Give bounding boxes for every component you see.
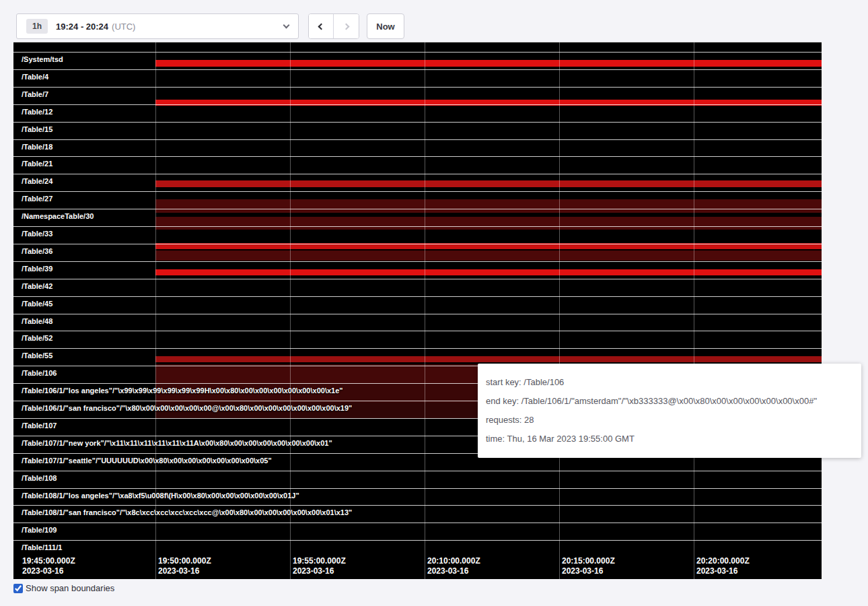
x-axis-label: 19:50:00.000Z2023-03-16 xyxy=(156,556,211,576)
span-row[interactable]: /Table/109 xyxy=(13,523,822,540)
span-row-label: /Table/108/1/"san francisco"/"\x8c\xcc\x… xyxy=(13,507,352,516)
hover-tooltip: start key: /Table/106 end key: /Table/10… xyxy=(478,364,861,458)
span-row-label: /Table/18 xyxy=(13,141,52,151)
show-span-boundaries-label: Show span boundaries xyxy=(26,583,114,593)
span-row[interactable]: /Table/108 xyxy=(13,471,822,488)
timezone-label: (UTC) xyxy=(112,22,135,32)
chevron-down-icon xyxy=(283,22,290,28)
span-row[interactable]: /Table/45 xyxy=(13,296,822,314)
span-row-label: /Table/55 xyxy=(13,350,52,360)
tooltip-time: time: Thu, 16 Mar 2023 19:55:00 GMT xyxy=(486,432,853,446)
span-row-label: /Table/109 xyxy=(13,525,57,534)
span-row[interactable]: /Table/12 xyxy=(13,104,822,122)
key-visualizer-page: 1h 19:24 - 20:24 (UTC) Now /System/tsd/T… xyxy=(0,0,868,606)
span-row-label: /Table/111/1 xyxy=(13,542,62,551)
span-row-label: /Table/108/1/"los angeles"/"\xa8\xf5\u00… xyxy=(13,490,299,500)
span-row-label: /Table/107/1/"seattle"/"UUUUUUD\x00\x80\… xyxy=(13,455,272,465)
chevron-left-icon xyxy=(318,23,324,30)
time-range-label: 19:24 - 20:24 xyxy=(56,22,108,32)
span-row[interactable]: /Table/27 xyxy=(13,191,822,209)
span-row[interactable]: /Table/108/1/"san francisco"/"\x8c\xcc\x… xyxy=(13,505,822,523)
now-button[interactable]: Now xyxy=(367,13,404,39)
tooltip-end-key: end key: /Table/106/1/"amsterdam"/"\xb33… xyxy=(486,395,853,408)
span-row-label: /Table/21 xyxy=(13,158,52,168)
span-row-label: /Table/108 xyxy=(13,473,57,482)
span-row-label: /Table/39 xyxy=(13,263,52,273)
span-row[interactable]: /Table/108/1/"los angeles"/"\xa8\xf5\u00… xyxy=(13,488,822,506)
span-row-label: /System/tsd xyxy=(13,54,63,63)
chevron-right-icon xyxy=(343,23,350,30)
time-nav-group xyxy=(308,13,359,39)
span-row-label: /Table/33 xyxy=(13,228,52,238)
prev-time-button[interactable] xyxy=(309,14,334,38)
span-row-label: /Table/106 xyxy=(13,368,57,377)
time-range-select[interactable]: 1h 19:24 - 20:24 (UTC) xyxy=(16,13,299,39)
x-axis-label: 20:10:00.000Z2023-03-16 xyxy=(425,556,480,576)
span-row-label: /Table/106/1/"san francisco"/"\x80\x00\x… xyxy=(13,403,352,412)
span-row[interactable]: /NamespaceTable/30 xyxy=(13,209,822,226)
span-row[interactable]: /Table/48 xyxy=(13,314,822,331)
span-row-label: /Table/7 xyxy=(13,89,48,98)
span-row[interactable]: /Table/21 xyxy=(13,156,822,174)
span-row[interactable]: /Table/36 xyxy=(13,244,822,261)
x-axis-label: 19:45:00.000Z2023-03-16 xyxy=(20,556,75,576)
next-time-button[interactable] xyxy=(334,14,359,38)
span-row[interactable]: /Table/18 xyxy=(13,139,822,157)
span-row[interactable]: /Table/7 xyxy=(13,87,822,104)
span-row[interactable]: /Table/24 xyxy=(13,174,822,191)
span-row[interactable]: /Table/15 xyxy=(13,122,822,139)
duration-badge: 1h xyxy=(26,19,48,34)
span-row-label: /Table/4 xyxy=(13,71,48,81)
span-row[interactable]: /Table/42 xyxy=(13,279,822,296)
span-row-label: /Table/107 xyxy=(13,420,57,430)
span-row[interactable]: /Table/39 xyxy=(13,261,822,279)
span-row-label: /Table/12 xyxy=(13,106,52,116)
show-span-boundaries-checkbox[interactable] xyxy=(13,584,23,593)
x-axis-label: 19:55:00.000Z2023-03-16 xyxy=(291,556,346,576)
x-axis-label: 20:20:00.000Z2023-03-16 xyxy=(694,556,750,576)
span-row-label: /Table/42 xyxy=(13,281,52,290)
tooltip-requests: requests: 28 xyxy=(486,413,853,427)
span-row-label: /Table/48 xyxy=(13,316,52,325)
span-row[interactable]: /Table/111/1 xyxy=(13,540,822,558)
span-row-label: /Table/45 xyxy=(13,298,52,308)
span-row-label: /Table/107/1/"new york"/"\x11\x11\x11\x1… xyxy=(13,438,332,447)
span-row-label: /Table/52 xyxy=(13,333,52,342)
span-row[interactable]: /Table/33 xyxy=(13,226,822,244)
span-row-label: /Table/27 xyxy=(13,193,52,203)
span-row-label: /Table/24 xyxy=(13,176,52,185)
span-row-label: /Table/15 xyxy=(13,124,52,133)
show-span-boundaries: Show span boundaries xyxy=(13,583,114,593)
span-row-label: /Table/36 xyxy=(13,246,52,255)
span-row[interactable]: /Table/4 xyxy=(13,69,822,87)
span-row[interactable]: /System/tsd xyxy=(13,52,822,69)
x-axis-label: 20:15:00.000Z2023-03-16 xyxy=(560,556,615,576)
span-row-label: /NamespaceTable/30 xyxy=(13,211,94,220)
tooltip-start-key: start key: /Table/106 xyxy=(486,376,853,389)
span-row-label: /Table/106/1/"los angeles"/"\x99\x99\x99… xyxy=(13,385,343,395)
key-visualizer-canvas[interactable]: /System/tsd/Table/4/Table/7/Table/12/Tab… xyxy=(13,42,822,579)
span-row[interactable]: /Table/52 xyxy=(13,331,822,348)
